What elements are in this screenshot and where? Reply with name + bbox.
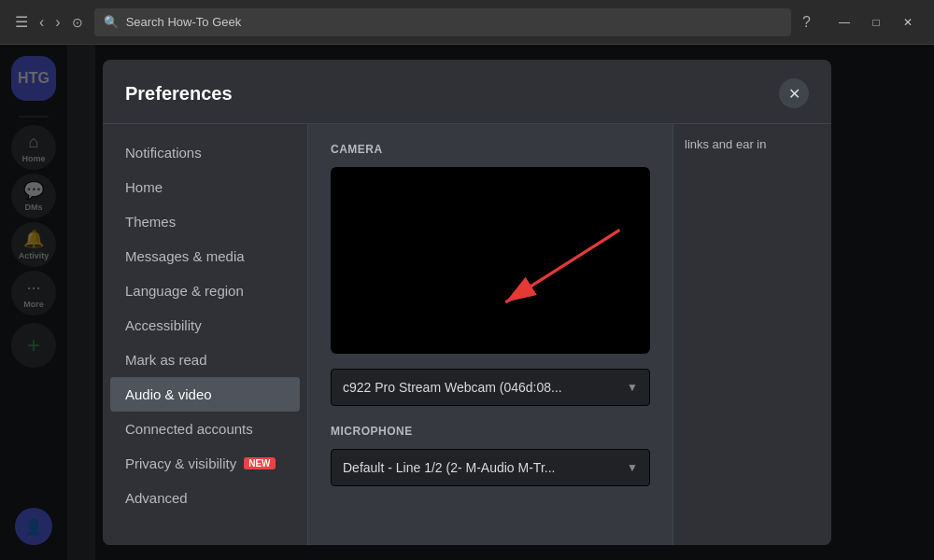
modal-header: Preferences ✕ [103, 60, 831, 124]
nav-item-audio-video[interactable]: Audio & video [110, 377, 300, 412]
hamburger-icon[interactable]: ☰ [11, 9, 32, 35]
camera-device-label: c922 Pro Stream Webcam (046d:08... [343, 380, 562, 395]
minimize-button[interactable]: — [829, 9, 859, 35]
nav-item-language-region[interactable]: Language & region [110, 273, 300, 308]
preferences-modal: Preferences ✕ Notifications Home Themes [103, 60, 831, 545]
history-button[interactable]: ⊙ [68, 11, 87, 34]
microphone-device-label: Default - Line 1/2 (2- M-Audio M-Tr... [343, 460, 555, 475]
svg-line-1 [505, 230, 619, 301]
new-badge: NEW [244, 457, 275, 469]
help-button[interactable]: ? [799, 10, 814, 35]
camera-device-dropdown[interactable]: c922 Pro Stream Webcam (046d:08... ▼ [331, 369, 650, 406]
nav-item-messages-media[interactable]: Messages & media [110, 239, 300, 273]
modal-overlay: Preferences ✕ Notifications Home Themes [0, 45, 934, 560]
nav-language-region-label: Language & region [125, 283, 244, 299]
nav-item-notifications[interactable]: Notifications [110, 135, 300, 170]
nav-item-home[interactable]: Home [110, 170, 300, 204]
microphone-dropdown-chevron: ▼ [627, 461, 638, 474]
nav-item-accessibility[interactable]: Accessibility [110, 308, 300, 343]
nav-notifications-label: Notifications [125, 145, 202, 161]
browser-action-buttons: ? [799, 10, 814, 35]
window-close-button[interactable]: ✕ [893, 9, 923, 35]
browser-nav-buttons: ☰ ‹ › ⊙ [11, 9, 87, 35]
search-icon: 🔍 [104, 15, 119, 29]
modal-close-button[interactable]: ✕ [779, 78, 809, 108]
right-panel-text: links and ear in [685, 135, 820, 154]
nav-privacy-visibility-label: Privacy & visibility [125, 455, 236, 471]
nav-accessibility-label: Accessibility [125, 317, 202, 333]
nav-item-connected-accounts[interactable]: Connected accounts [110, 412, 300, 446]
back-button[interactable]: ‹ [35, 10, 48, 35]
red-arrow-annotation [331, 167, 650, 354]
nav-audio-video-label: Audio & video [125, 386, 212, 402]
settings-content: Camera c922 Pro S [308, 124, 672, 545]
nav-messages-media-label: Messages & media [125, 248, 245, 264]
nav-connected-accounts-label: Connected accounts [125, 421, 253, 437]
camera-section-label: Camera [331, 143, 650, 156]
modal-body: Notifications Home Themes Messages & med… [103, 124, 831, 545]
address-text: Search How-To Geek [126, 15, 242, 29]
settings-nav: Notifications Home Themes Messages & med… [103, 124, 308, 545]
forward-button[interactable]: › [51, 10, 64, 35]
nav-themes-label: Themes [125, 214, 176, 230]
microphone-device-dropdown[interactable]: Default - Line 1/2 (2- M-Audio M-Tr... ▼ [331, 449, 650, 486]
nav-item-privacy-visibility[interactable]: Privacy & visibility NEW [110, 446, 300, 481]
nav-item-advanced[interactable]: Advanced [110, 481, 300, 515]
nav-item-themes[interactable]: Themes [110, 204, 300, 239]
app-container: HTG ⌂ Home 💬 DMs 🔔 Activity ··· More + 👤… [0, 45, 934, 560]
address-bar[interactable]: 🔍 Search How-To Geek [94, 8, 791, 36]
camera-preview [331, 167, 650, 354]
nav-advanced-label: Advanced [125, 490, 188, 506]
nav-mark-as-read-label: Mark as read [125, 352, 207, 368]
camera-dropdown-chevron: ▼ [627, 381, 638, 394]
modal-title: Preferences [125, 83, 233, 105]
nav-item-mark-as-read[interactable]: Mark as read [110, 343, 300, 377]
maximize-button[interactable]: □ [861, 9, 891, 35]
browser-chrome: ☰ ‹ › ⊙ 🔍 Search How-To Geek ? — □ ✕ [0, 0, 934, 45]
window-controls: — □ ✕ [829, 9, 923, 35]
microphone-section-label: Microphone [331, 425, 650, 438]
right-panel: links and ear in [672, 124, 831, 545]
nav-home-label: Home [125, 179, 163, 195]
